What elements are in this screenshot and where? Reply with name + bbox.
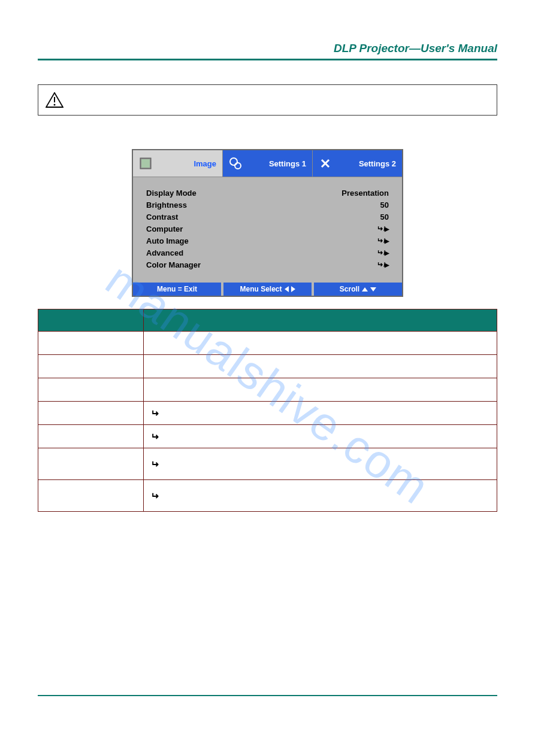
tab-settings2[interactable]: Settings 2 xyxy=(312,150,402,177)
gear-icon xyxy=(229,157,242,170)
osd-value: 50 xyxy=(380,201,389,210)
table-cell-desc: ↵ xyxy=(144,402,497,425)
warning-icon xyxy=(46,92,64,108)
enter-arrow-icon: ↵/▶ xyxy=(377,248,389,257)
enter-icon: ↵ xyxy=(151,408,159,419)
table-row: ↵ xyxy=(38,480,497,512)
enter-arrow-icon: ↵/▶ xyxy=(377,236,389,245)
table-header-row xyxy=(38,309,497,332)
table-cell-desc: ↵ xyxy=(144,480,497,512)
osd-row-display-mode[interactable]: Display Mode Presentation xyxy=(146,187,389,199)
tools-icon xyxy=(319,157,332,170)
table-row xyxy=(38,378,497,402)
osd-label: Contrast xyxy=(146,212,178,221)
table-row xyxy=(38,332,497,355)
svg-rect-4 xyxy=(141,159,150,168)
table-cell-item xyxy=(38,480,144,512)
table-cell-desc: ↵ xyxy=(144,448,497,480)
table-cell-item xyxy=(38,332,144,355)
header-rule xyxy=(38,59,497,60)
osd-row-computer[interactable]: Computer ↵/▶ xyxy=(146,223,389,235)
table-cell-item xyxy=(38,448,144,480)
triangle-left-icon xyxy=(285,286,289,292)
enter-arrow-icon: ↵/▶ xyxy=(377,224,389,233)
osd-row-brightness[interactable]: Brightness 50 xyxy=(146,199,389,211)
osd-body: Display Mode Presentation Brightness 50 … xyxy=(133,177,402,280)
table-cell-desc xyxy=(144,378,497,402)
osd-label: Auto Image xyxy=(146,236,189,245)
osd-tabs: Image Settings 1 Settings 2 xyxy=(133,150,402,177)
osd-label: Color Manager xyxy=(146,260,201,269)
osd-row-advanced[interactable]: Advanced ↵/▶ xyxy=(146,247,389,259)
svg-point-5 xyxy=(230,158,237,165)
warning-box xyxy=(38,84,497,116)
enter-icon: ↵ xyxy=(151,431,159,442)
svg-point-2 xyxy=(54,104,56,106)
osd-label: Display Mode xyxy=(146,189,197,198)
osd-label: Computer xyxy=(146,224,183,233)
footer-menu-select[interactable]: Menu Select xyxy=(223,283,314,296)
footer-rule xyxy=(38,695,497,696)
tab-image-label: Image xyxy=(194,159,216,168)
table-cell-desc xyxy=(144,355,497,378)
table-cell-desc xyxy=(144,332,497,355)
table-head-item xyxy=(38,309,144,332)
description-table: ↵ ↵ ↵ ↵ xyxy=(38,309,497,512)
osd-row-color-manager[interactable]: Color Manager ↵/▶ xyxy=(146,259,389,271)
table-cell-item xyxy=(38,378,144,402)
osd-menu: Image Settings 1 Settings 2 xyxy=(132,149,403,297)
enter-icon: ↵ xyxy=(151,490,159,502)
table-row: ↵ xyxy=(38,448,497,480)
osd-row-auto-image[interactable]: Auto Image ↵/▶ xyxy=(146,235,389,247)
table-row xyxy=(38,355,497,378)
table-cell-desc: ↵ xyxy=(144,425,497,448)
table-cell-item xyxy=(38,425,144,448)
footer-label: Scroll xyxy=(340,285,359,293)
image-icon xyxy=(139,157,152,170)
osd-value: Presentation xyxy=(341,189,389,198)
osd-label: Advanced xyxy=(146,248,183,257)
triangle-right-icon xyxy=(291,286,295,292)
osd-value: 50 xyxy=(380,212,389,221)
svg-point-6 xyxy=(235,163,241,169)
footer-label: Menu Select xyxy=(240,285,282,293)
tab-settings1[interactable]: Settings 1 xyxy=(222,150,312,177)
table-cell-item xyxy=(38,355,144,378)
osd-footer: Menu = Exit Menu Select Scroll xyxy=(133,280,402,296)
osd-label: Brightness xyxy=(146,201,187,210)
tab-image[interactable]: Image xyxy=(133,150,222,177)
enter-arrow-icon: ↵/▶ xyxy=(377,260,389,269)
table-row: ↵ xyxy=(38,402,497,425)
triangle-down-icon xyxy=(370,287,376,292)
osd-row-contrast[interactable]: Contrast 50 xyxy=(146,211,389,223)
page-header-title: DLP Projector—User's Manual xyxy=(38,42,497,55)
footer-menu-exit[interactable]: Menu = Exit xyxy=(133,283,223,296)
enter-icon: ↵ xyxy=(151,459,159,470)
table-row: ↵ xyxy=(38,425,497,448)
tab-settings1-label: Settings 1 xyxy=(269,159,306,168)
footer-label: Menu = Exit xyxy=(157,285,197,293)
triangle-up-icon xyxy=(362,287,368,292)
table-cell-item xyxy=(38,402,144,425)
tab-settings2-label: Settings 2 xyxy=(359,159,396,168)
table-head-desc xyxy=(144,309,497,332)
footer-scroll[interactable]: Scroll xyxy=(314,283,402,296)
